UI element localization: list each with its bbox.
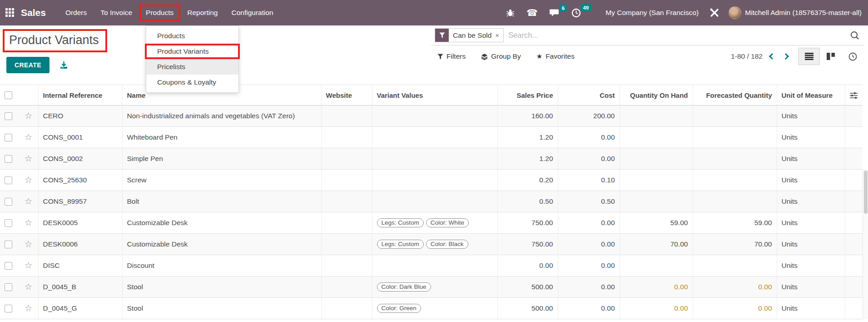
row-select-cell (0, 106, 20, 127)
row-checkbox[interactable] (5, 241, 12, 248)
table-row[interactable]: ☆CONS_25630Screw0.200.10Units (0, 170, 863, 191)
favorite-star-icon[interactable]: ☆ (25, 218, 32, 227)
table-row[interactable]: ☆DESK0005Customizable DeskLegs: CustomCo… (0, 212, 863, 234)
column-website[interactable]: Website (321, 85, 372, 106)
cell-name: Screw (122, 170, 321, 191)
cell-unit-of-measure: Units (777, 255, 845, 277)
table-row[interactable]: ☆CERONon-industrialized animals and vege… (0, 106, 863, 127)
pager-next-icon[interactable] (783, 53, 789, 60)
favorite-star-icon[interactable]: ☆ (25, 303, 32, 313)
cell-forecasted-quantity (693, 148, 777, 170)
favorite-star-icon[interactable]: ☆ (25, 154, 32, 163)
export-download-icon[interactable] (60, 61, 68, 70)
group-by-button[interactable]: Group By (481, 52, 521, 60)
row-checkbox[interactable] (5, 112, 12, 120)
dropdown-item-product-variants[interactable]: Product Variants (145, 44, 240, 59)
app-name[interactable]: Sales (21, 7, 46, 18)
table-row[interactable]: ☆D_0045_GStoolColor: Green500.000.000.00… (0, 298, 863, 319)
column-unit-of-measure[interactable]: Unit of Measure (777, 85, 845, 106)
table-row[interactable]: ☆CONS_0002Simple Pen1.200.00Units (0, 148, 863, 170)
scrollbar-thumb[interactable] (864, 171, 868, 214)
filters-button[interactable]: Filters (437, 52, 466, 60)
row-checkbox[interactable] (5, 198, 12, 206)
cell-cost: 0.00 (558, 148, 620, 170)
table-row[interactable]: ☆D_0045_BStoolColor: Dark Blue500.000.00… (0, 277, 863, 298)
menu-products[interactable]: Products (139, 5, 180, 21)
favorite-star-icon[interactable]: ☆ (25, 261, 32, 270)
column-cost[interactable]: Cost (558, 85, 620, 106)
favorite-star-icon[interactable]: ☆ (25, 175, 32, 185)
row-favorite-cell: ☆ (20, 106, 38, 127)
user-avatar[interactable] (729, 6, 741, 19)
pager-range: 1-80 / 182 (731, 52, 763, 60)
cell-variant-values (372, 148, 497, 170)
favorite-star-icon[interactable]: ☆ (25, 111, 32, 121)
cell-cost: 0.00 (558, 212, 620, 234)
debug-bug-icon[interactable] (506, 9, 515, 17)
table-row[interactable]: ☆DISCDiscount0.000.00Units (0, 255, 863, 277)
column-internal-reference[interactable]: Internal Reference (38, 85, 122, 106)
dropdown-item-products[interactable]: Products (146, 28, 238, 44)
favorites-button[interactable]: ★ Favorites (536, 52, 575, 60)
company-switcher[interactable]: My Company (San Francisco) (605, 9, 699, 17)
menu-configuration[interactable]: Configuration (224, 5, 280, 21)
active-filter-tag[interactable]: Can be Sold × (435, 28, 504, 42)
optional-columns-sliders-icon[interactable] (850, 92, 858, 99)
row-checkbox[interactable] (5, 176, 12, 184)
column-quantity-on-hand[interactable]: Quantity On Hand (620, 85, 693, 106)
row-checkbox[interactable] (5, 262, 12, 270)
favorite-star-icon[interactable]: ☆ (25, 239, 32, 249)
row-checkbox[interactable] (5, 219, 12, 227)
dropdown-item-coupons-loyalty[interactable]: Coupons & Loyalty (146, 75, 238, 90)
pager-previous-icon[interactable] (769, 53, 775, 60)
row-favorite-cell: ☆ (20, 277, 38, 298)
activity-view-button[interactable] (842, 48, 863, 65)
favorite-star-icon[interactable]: ☆ (25, 282, 32, 292)
cell-cost: 0.00 (558, 127, 620, 148)
cell-unit-of-measure: Units (777, 298, 845, 319)
variant-value-tag: Legs: Custom (377, 240, 424, 249)
table-row[interactable]: ☆CONS_89957Bolt0.500.50Units (0, 191, 863, 212)
create-button[interactable]: CREATE (6, 57, 50, 73)
row-select-cell (0, 234, 20, 255)
developer-tools-icon[interactable] (709, 8, 719, 18)
row-select-cell (0, 170, 20, 191)
messages-icon[interactable]: 6 (550, 9, 560, 17)
cell-forecasted-quantity: 59.00 (693, 212, 777, 234)
select-all-checkbox[interactable] (5, 91, 12, 99)
row-checkbox[interactable] (5, 155, 12, 163)
row-checkbox[interactable] (5, 134, 12, 141)
voip-phone-icon[interactable]: ☎ (526, 9, 538, 17)
breadcrumb-page-title: Product Variants (3, 29, 107, 52)
dropdown-item-pricelists[interactable]: Pricelists (146, 59, 238, 75)
table-row[interactable]: ☆DESK0006Customizable DeskLegs: CustomCo… (0, 234, 863, 255)
menu-to-invoice[interactable]: To Invoice (94, 5, 139, 21)
vertical-scrollbar[interactable] (863, 169, 868, 319)
menu-orders[interactable]: Orders (59, 5, 94, 21)
filters-funnel-icon (437, 54, 443, 60)
cell-name: Customizable Desk (122, 212, 321, 234)
search-icon[interactable] (850, 30, 860, 40)
user-menu[interactable]: Mitchell Admin (18576375-master-all) (745, 9, 862, 17)
list-view-button[interactable] (798, 48, 820, 65)
row-checkbox[interactable] (5, 283, 12, 291)
column-sales-price[interactable]: Sales Price (497, 85, 558, 106)
column-variant-values[interactable]: Variant Values (372, 85, 497, 106)
search-input[interactable] (504, 31, 850, 40)
menu-reporting[interactable]: Reporting (180, 5, 224, 21)
kanban-view-button[interactable] (820, 48, 842, 65)
favorite-star-icon[interactable]: ☆ (25, 132, 32, 142)
cell-optional (845, 127, 863, 148)
apps-grid-icon[interactable] (5, 8, 15, 17)
cell-sales-price: 500.00 (497, 277, 558, 298)
column-forecasted-quantity[interactable]: Forecasted Quantity (693, 85, 777, 106)
favorite-star-icon[interactable]: ☆ (25, 196, 32, 206)
cell-website (321, 170, 372, 191)
cell-cost: 0.00 (558, 298, 620, 319)
cell-quantity-on-hand (620, 127, 693, 148)
activities-clock-icon[interactable]: 49 (571, 8, 581, 18)
remove-filter-icon[interactable]: × (494, 29, 503, 42)
table-row[interactable]: ☆CONS_0001Whiteboard Pen1.200.00Units (0, 127, 863, 148)
row-checkbox[interactable] (5, 305, 12, 312)
cell-website (321, 212, 372, 234)
